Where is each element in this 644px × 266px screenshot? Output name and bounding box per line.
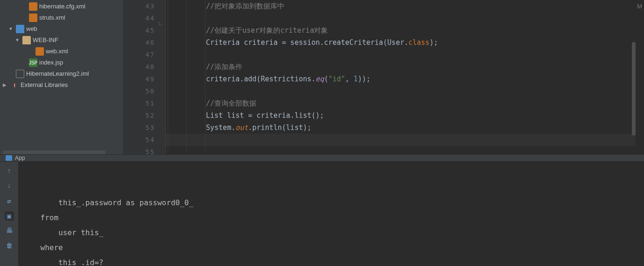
code-line[interactable] (166, 146, 644, 158)
code-line[interactable]: List list = criteria.list(); (166, 109, 644, 122)
expand-arrow-icon[interactable]: ▼ (15, 35, 21, 46)
tree-item[interactable]: web.xml (0, 46, 123, 57)
tree-item-label: hibernate.cfg.xml (39, 1, 85, 12)
tree-item[interactable]: hibernate.cfg.xml (0, 1, 123, 12)
line-number: 45 (124, 24, 155, 36)
expand-arrow-icon[interactable]: ▶ (3, 79, 8, 91)
console-toolbar: ↑ ↓ ⇄ ▣ 🖶 🗑 (0, 162, 19, 266)
tree-item[interactable]: ▼WEB-INF (0, 35, 123, 46)
expand-arrow-icon[interactable]: ▼ (8, 23, 14, 35)
file-icon: ⫿ (10, 81, 19, 89)
line-number: 55 (124, 146, 155, 158)
editor-gutter: 43444546474849505152535455 (124, 0, 166, 154)
right-margin-marker: M (637, 3, 642, 10)
tree-item[interactable]: ▶⫿External Libraries (0, 79, 123, 91)
console-line: user this_ (22, 225, 644, 240)
line-number: 52 (124, 109, 155, 122)
line-number: 50 (124, 85, 155, 97)
file-icon (22, 36, 31, 44)
code-line[interactable] (166, 134, 644, 146)
line-number: 47 (124, 49, 155, 61)
clear-icon[interactable]: 🗑 (5, 241, 14, 251)
run-config-icon (6, 155, 12, 161)
line-number: 51 (124, 97, 155, 109)
file-icon (29, 14, 37, 22)
code-line[interactable] (166, 49, 644, 61)
code-line[interactable] (166, 12, 644, 24)
file-icon (29, 2, 37, 11)
scroll-down-icon[interactable]: ↓ (5, 181, 14, 191)
console-line: from (22, 210, 644, 225)
line-number: 53 (124, 122, 155, 134)
line-number: 46 (124, 36, 155, 49)
file-icon (16, 25, 24, 33)
editor-scrollbar[interactable] (632, 42, 636, 136)
line-number: 48 (124, 61, 155, 73)
code-line[interactable]: //把对象添加到数据库中 (166, 0, 644, 12)
tree-item-label: struts.xml (39, 12, 65, 23)
editor-code-area[interactable]: //把对象添加到数据库中 //创建关于user对象的criteria对象Crit… (166, 0, 644, 154)
file-icon (35, 47, 44, 56)
line-number: 54 (124, 134, 155, 146)
line-number: 43 (124, 0, 155, 12)
code-line[interactable]: //添加条件 (166, 61, 644, 73)
tree-item-label: web (26, 23, 37, 35)
tree-item[interactable]: ▼web (0, 23, 123, 35)
tree-item-label: web.xml (46, 46, 68, 57)
tree-item-label: index.jsp (39, 57, 63, 68)
code-line[interactable]: //查询全部数据 (166, 97, 644, 109)
scroll-up-icon[interactable]: ↑ (5, 166, 14, 176)
code-line[interactable] (166, 85, 644, 97)
code-line[interactable]: System.out.println(list); (166, 122, 644, 134)
tree-item[interactable]: struts.xml (0, 12, 123, 23)
sidebar-scrollbar[interactable] (3, 151, 106, 154)
console-line: this_.password as password0_0_ (22, 195, 644, 210)
file-icon (16, 70, 24, 78)
tree-item-label: HibernateLearning2.iml (26, 68, 89, 79)
soft-wrap-icon[interactable]: ⇄ (5, 196, 14, 206)
console-line: this_.id=? (22, 255, 644, 266)
run-config-label[interactable]: App (15, 155, 25, 161)
line-number: 49 (124, 73, 155, 85)
print-icon[interactable]: 🖶 (5, 226, 14, 236)
code-line[interactable]: criteria.add(Restrictions.eq("id", 1)); (166, 73, 644, 85)
screenshot-icon[interactable]: ▣ (5, 211, 14, 221)
line-number: 44 (124, 12, 155, 24)
tree-item[interactable]: HibernateLearning2.iml (0, 68, 123, 79)
code-editor[interactable]: 43444546474849505152535455 //把对象添加到数据库中 … (124, 0, 644, 154)
project-sidebar: hibernate.cfg.xmlstruts.xml▼web▼WEB-INFw… (0, 0, 124, 154)
console-line: where (22, 240, 644, 255)
tree-item-label: External Libraries (21, 79, 68, 91)
tree-item[interactable]: JSPindex.jsp (0, 57, 123, 68)
file-icon: JSP (29, 58, 37, 67)
code-line[interactable]: //创建关于user对象的criteria对象 (166, 24, 644, 36)
tree-item-label: WEB-INF (33, 35, 58, 46)
console-output[interactable]: this_.password as password0_0_ from user… (19, 162, 644, 266)
code-line[interactable]: Criteria criteria = session.createCriter… (166, 36, 644, 49)
